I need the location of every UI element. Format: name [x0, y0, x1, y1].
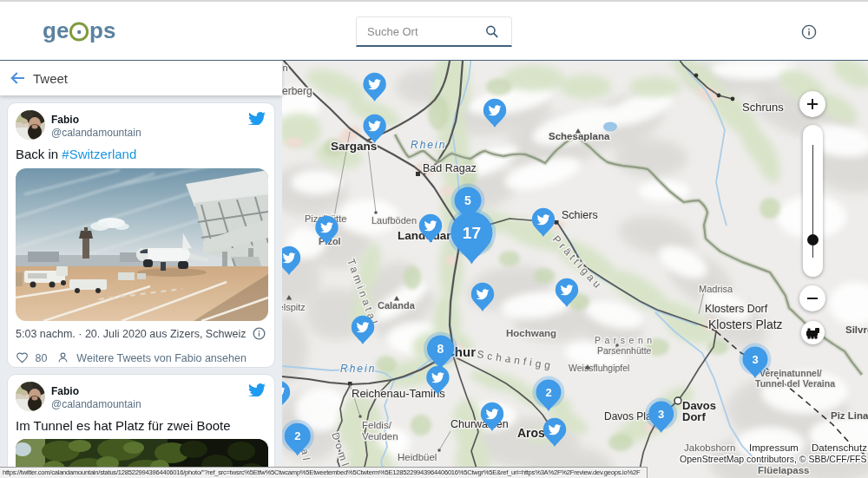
svg-text:n: n — [283, 62, 288, 73]
svg-text:Klosters Platz: Klosters Platz — [708, 318, 783, 331]
svg-text:Silvretta: Silvretta — [845, 324, 868, 335]
svg-text:3: 3 — [658, 408, 664, 421]
svg-text:Veulden: Veulden — [362, 431, 398, 442]
svg-text:Sargans: Sargans — [331, 140, 377, 153]
svg-text:Reichenau-Tamins: Reichenau-Tamins — [352, 387, 445, 400]
svg-text:Feldis/: Feldis/ — [362, 420, 392, 430]
svg-text:8: 8 — [437, 342, 444, 356]
svg-text:Schruns: Schruns — [742, 101, 784, 114]
svg-text:Calanda: Calanda — [378, 300, 416, 311]
svg-text:Impressum: Impressum — [749, 442, 799, 453]
svg-text:Dorf: Dorf — [682, 410, 706, 423]
svg-text:Bad Ragaz: Bad Ragaz — [423, 162, 477, 174]
svg-text:17: 17 — [463, 224, 481, 242]
svg-text:ge: ge — [43, 20, 69, 43]
svg-text:Vereinatunnel/: Vereinatunnel/ — [760, 368, 822, 378]
svg-text:Weissfluhgipfel: Weissfluhgipfel — [569, 363, 629, 373]
svg-text:OpenStreetMap contributors, ©: OpenStreetMap contributors, © SBB/CFF/FF… — [680, 454, 866, 464]
svg-text:Madrisa: Madrisa — [699, 284, 733, 294]
svg-text:2: 2 — [545, 386, 551, 399]
svg-text:Heidbüel: Heidbüel — [398, 452, 437, 462]
svg-text:Rhein: Rhein — [340, 363, 376, 375]
svg-text:2: 2 — [294, 429, 300, 442]
svg-text:Ringelspitz: Ringelspitz — [282, 302, 306, 312]
svg-text:Parsennhütte: Parsennhütte — [597, 345, 652, 356]
svg-text:Parsenn: Parsenn — [595, 335, 656, 345]
svg-text:ps: ps — [89, 20, 115, 43]
svg-text:5: 5 — [464, 193, 471, 207]
svg-text:Flüelapass: Flüelapass — [758, 465, 809, 475]
svg-text:Klosters Dorf: Klosters Dorf — [705, 303, 768, 315]
svg-text:erberg: erberg — [282, 85, 312, 97]
svg-text:Piz Linard: Piz Linard — [831, 410, 868, 421]
svg-text:Jakobshorn: Jakobshorn — [684, 442, 735, 453]
svg-text:Laufböden: Laufböden — [372, 215, 417, 226]
svg-text:Tunnel del Veraina: Tunnel del Veraina — [755, 378, 835, 389]
svg-text:Datenschutz: Datenschutz — [812, 442, 867, 453]
svg-text:3: 3 — [752, 353, 758, 366]
svg-text:Hochwang: Hochwang — [506, 328, 556, 338]
svg-text:Rhein: Rhein — [411, 139, 446, 151]
svg-text:Schiers: Schiers — [562, 209, 598, 221]
